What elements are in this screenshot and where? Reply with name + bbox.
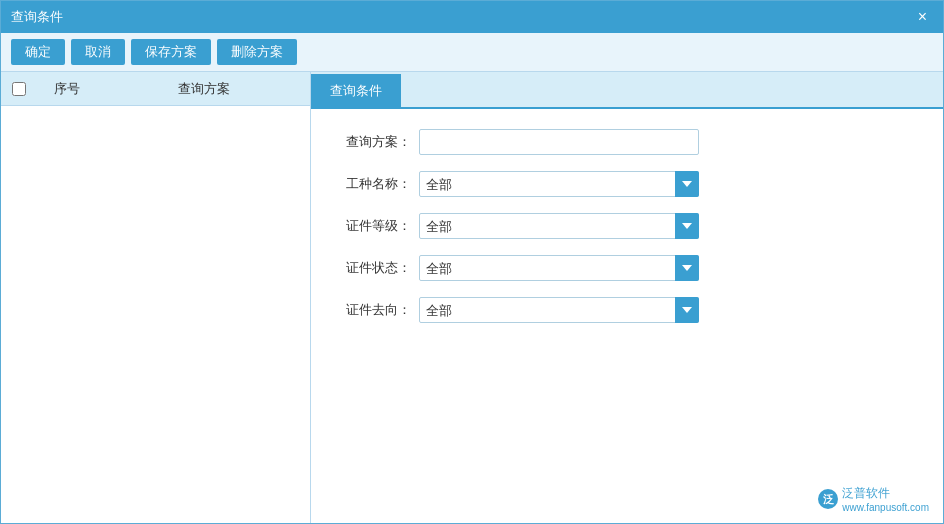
job-type-select[interactable]: 全部 (419, 171, 699, 197)
plan-row: 查询方案： (341, 129, 913, 155)
save-plan-button[interactable]: 保存方案 (131, 39, 211, 65)
cert-status-select[interactable]: 全部 (419, 255, 699, 281)
main-content: 序号 查询方案 查询条件 查询方案： 工种名称： (1, 72, 943, 523)
cert-direction-label: 证件去向： (341, 301, 411, 319)
watermark-sub-text: www.fanpusoft.com (842, 502, 929, 513)
select-all-checkbox[interactable] (12, 82, 26, 96)
form-area: 查询方案： 工种名称： 全部 证件等级： (311, 109, 943, 343)
job-type-select-wrapper: 全部 (419, 171, 699, 197)
dialog: 查询条件 × 确定 取消 保存方案 删除方案 序号 查询方案 查询条件 (0, 0, 944, 524)
plan-column-header: 查询方案 (97, 80, 310, 98)
cert-status-select-wrapper: 全部 (419, 255, 699, 281)
cert-direction-row: 证件去向： 全部 (341, 297, 913, 323)
table-header: 序号 查询方案 (1, 72, 310, 106)
cert-status-row: 证件状态： 全部 (341, 255, 913, 281)
watermark-main-text: 泛普软件 (842, 485, 929, 502)
cert-level-label: 证件等级： (341, 217, 411, 235)
delete-plan-button[interactable]: 删除方案 (217, 39, 297, 65)
header-checkbox-col (1, 82, 37, 96)
tab-bar: 查询条件 (311, 72, 943, 109)
seq-column-header: 序号 (37, 80, 97, 98)
dialog-title: 查询条件 (11, 8, 63, 26)
cert-status-label: 证件状态： (341, 259, 411, 277)
cert-direction-select[interactable]: 全部 (419, 297, 699, 323)
job-type-row: 工种名称： 全部 (341, 171, 913, 197)
right-panel: 查询条件 查询方案： 工种名称： 全部 (311, 72, 943, 523)
cert-direction-select-wrapper: 全部 (419, 297, 699, 323)
table-body (1, 106, 310, 523)
cert-level-select-wrapper: 全部 (419, 213, 699, 239)
close-button[interactable]: × (912, 7, 933, 27)
job-type-label: 工种名称： (341, 175, 411, 193)
left-panel: 序号 查询方案 (1, 72, 311, 523)
tab-query-conditions[interactable]: 查询条件 (311, 74, 401, 107)
confirm-button[interactable]: 确定 (11, 39, 65, 65)
cancel-button[interactable]: 取消 (71, 39, 125, 65)
toolbar: 确定 取消 保存方案 删除方案 (1, 33, 943, 72)
plan-input[interactable] (419, 129, 699, 155)
plan-label: 查询方案： (341, 133, 411, 151)
cert-level-row: 证件等级： 全部 (341, 213, 913, 239)
title-bar: 查询条件 × (1, 1, 943, 33)
watermark-logo-icon: 泛 (818, 489, 838, 509)
watermark: 泛 泛普软件 www.fanpusoft.com (818, 485, 929, 513)
cert-level-select[interactable]: 全部 (419, 213, 699, 239)
